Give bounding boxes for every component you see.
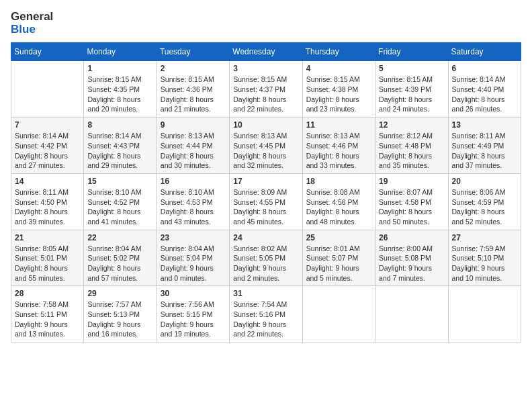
day-number: 1 — [87, 64, 152, 73]
day-info: Sunrise: 8:05 AMSunset: 5:01 PMDaylight:… — [15, 244, 80, 283]
calendar-cell: 14Sunrise: 8:11 AMSunset: 4:50 PMDayligh… — [11, 173, 84, 230]
calendar-cell: 16Sunrise: 8:10 AMSunset: 4:53 PMDayligh… — [157, 173, 229, 230]
calendar-cell: 2Sunrise: 8:15 AMSunset: 4:36 PMDaylight… — [157, 61, 229, 118]
day-info: Sunrise: 7:54 AMSunset: 5:16 PMDaylight:… — [233, 300, 298, 339]
calendar-cell: 31Sunrise: 7:54 AMSunset: 5:16 PMDayligh… — [230, 286, 302, 342]
day-info: Sunrise: 7:59 AMSunset: 5:10 PMDaylight:… — [452, 244, 517, 283]
day-number: 10 — [233, 120, 298, 130]
col-tuesday: Tuesday — [157, 43, 229, 61]
day-number: 24 — [233, 233, 298, 242]
day-number: 25 — [306, 233, 371, 242]
logo-blue-text: Blue — [11, 24, 53, 36]
day-number: 22 — [87, 233, 152, 242]
day-info: Sunrise: 8:01 AMSunset: 5:07 PMDaylight:… — [306, 244, 371, 283]
day-number: 12 — [379, 120, 444, 130]
day-number: 21 — [15, 233, 80, 242]
calendar-cell: 6Sunrise: 8:14 AMSunset: 4:40 PMDaylight… — [448, 61, 521, 118]
day-number: 19 — [379, 177, 444, 186]
day-number: 17 — [233, 177, 298, 186]
calendar-cell: 26Sunrise: 8:00 AMSunset: 5:08 PMDayligh… — [375, 230, 448, 286]
calendar-cell — [11, 61, 84, 118]
col-wednesday: Wednesday — [230, 43, 302, 61]
day-number: 20 — [452, 177, 517, 186]
day-info: Sunrise: 8:08 AMSunset: 4:56 PMDaylight:… — [306, 187, 371, 227]
day-number: 23 — [161, 233, 226, 242]
calendar-cell: 7Sunrise: 8:14 AMSunset: 4:42 PMDaylight… — [11, 118, 84, 174]
header: General Blue — [11, 11, 521, 36]
day-info: Sunrise: 7:56 AMSunset: 5:15 PMDaylight:… — [161, 300, 226, 339]
day-info: Sunrise: 8:04 AMSunset: 5:04 PMDaylight:… — [161, 244, 226, 283]
calendar-table: Sunday Monday Tuesday Wednesday Thursday… — [11, 42, 521, 342]
day-info: Sunrise: 8:15 AMSunset: 4:37 PMDaylight:… — [233, 75, 298, 114]
calendar-cell: 11Sunrise: 8:13 AMSunset: 4:46 PMDayligh… — [302, 118, 375, 174]
calendar-cell: 17Sunrise: 8:09 AMSunset: 4:55 PMDayligh… — [230, 173, 302, 230]
day-number: 28 — [15, 289, 80, 298]
day-info: Sunrise: 8:00 AMSunset: 5:08 PMDaylight:… — [379, 244, 444, 283]
calendar-cell: 23Sunrise: 8:04 AMSunset: 5:04 PMDayligh… — [157, 230, 229, 286]
calendar-week-row: 28Sunrise: 7:58 AMSunset: 5:11 PMDayligh… — [11, 286, 521, 342]
day-number: 11 — [306, 120, 371, 130]
col-thursday: Thursday — [302, 43, 375, 61]
calendar-cell: 20Sunrise: 8:06 AMSunset: 4:59 PMDayligh… — [448, 173, 521, 230]
col-friday: Friday — [375, 43, 448, 61]
calendar-week-row: 14Sunrise: 8:11 AMSunset: 4:50 PMDayligh… — [11, 173, 521, 230]
calendar-week-row: 7Sunrise: 8:14 AMSunset: 4:42 PMDaylight… — [11, 118, 521, 174]
calendar-cell — [448, 286, 521, 342]
calendar-cell: 28Sunrise: 7:58 AMSunset: 5:11 PMDayligh… — [11, 286, 84, 342]
day-number: 29 — [87, 289, 152, 298]
calendar-cell: 1Sunrise: 8:15 AMSunset: 4:35 PMDaylight… — [84, 61, 157, 118]
day-info: Sunrise: 8:15 AMSunset: 4:39 PMDaylight:… — [379, 75, 444, 114]
day-number: 27 — [452, 233, 517, 242]
logo: General Blue — [11, 11, 56, 36]
day-number: 8 — [87, 120, 152, 130]
calendar-cell: 29Sunrise: 7:57 AMSunset: 5:13 PMDayligh… — [84, 286, 157, 342]
day-number: 14 — [15, 177, 80, 186]
day-number: 26 — [379, 233, 444, 242]
calendar-header-row: Sunday Monday Tuesday Wednesday Thursday… — [11, 43, 521, 61]
day-number: 30 — [161, 289, 226, 298]
day-number: 2 — [161, 64, 226, 73]
day-info: Sunrise: 8:10 AMSunset: 4:52 PMDaylight:… — [87, 187, 152, 227]
day-info: Sunrise: 8:02 AMSunset: 5:05 PMDaylight:… — [233, 244, 298, 283]
day-number: 31 — [233, 289, 298, 298]
day-info: Sunrise: 8:14 AMSunset: 4:43 PMDaylight:… — [87, 131, 152, 171]
col-saturday: Saturday — [448, 43, 521, 61]
calendar-week-row: 21Sunrise: 8:05 AMSunset: 5:01 PMDayligh… — [11, 230, 521, 286]
day-info: Sunrise: 8:11 AMSunset: 4:50 PMDaylight:… — [15, 187, 80, 227]
calendar-cell: 9Sunrise: 8:13 AMSunset: 4:44 PMDaylight… — [157, 118, 229, 174]
calendar-cell: 25Sunrise: 8:01 AMSunset: 5:07 PMDayligh… — [302, 230, 375, 286]
day-number: 6 — [452, 64, 517, 73]
day-number: 13 — [452, 120, 517, 130]
day-info: Sunrise: 7:58 AMSunset: 5:11 PMDaylight:… — [15, 300, 80, 339]
day-info: Sunrise: 8:14 AMSunset: 4:40 PMDaylight:… — [452, 75, 517, 114]
logo-general-text: General — [11, 11, 53, 24]
day-number: 7 — [15, 120, 80, 130]
day-info: Sunrise: 8:14 AMSunset: 4:42 PMDaylight:… — [15, 131, 80, 171]
day-info: Sunrise: 8:09 AMSunset: 4:55 PMDaylight:… — [233, 187, 298, 227]
calendar-cell: 27Sunrise: 7:59 AMSunset: 5:10 PMDayligh… — [448, 230, 521, 286]
calendar-cell: 22Sunrise: 8:04 AMSunset: 5:02 PMDayligh… — [84, 230, 157, 286]
calendar-week-row: 1Sunrise: 8:15 AMSunset: 4:35 PMDaylight… — [11, 61, 521, 118]
day-number: 15 — [87, 177, 152, 186]
calendar-cell: 8Sunrise: 8:14 AMSunset: 4:43 PMDaylight… — [84, 118, 157, 174]
calendar-cell — [302, 286, 375, 342]
calendar-cell: 19Sunrise: 8:07 AMSunset: 4:58 PMDayligh… — [375, 173, 448, 230]
day-info: Sunrise: 8:13 AMSunset: 4:45 PMDaylight:… — [233, 131, 298, 171]
day-number: 3 — [233, 64, 298, 73]
calendar-cell: 4Sunrise: 8:15 AMSunset: 4:38 PMDaylight… — [302, 61, 375, 118]
calendar-cell: 3Sunrise: 8:15 AMSunset: 4:37 PMDaylight… — [230, 61, 302, 118]
day-number: 18 — [306, 177, 371, 186]
col-sunday: Sunday — [11, 43, 84, 61]
calendar-cell: 5Sunrise: 8:15 AMSunset: 4:39 PMDaylight… — [375, 61, 448, 118]
day-info: Sunrise: 8:15 AMSunset: 4:38 PMDaylight:… — [306, 75, 371, 114]
calendar-cell: 10Sunrise: 8:13 AMSunset: 4:45 PMDayligh… — [230, 118, 302, 174]
day-number: 9 — [161, 120, 226, 130]
day-number: 5 — [379, 64, 444, 73]
day-number: 16 — [161, 177, 226, 186]
calendar-cell — [375, 286, 448, 342]
col-monday: Monday — [84, 43, 157, 61]
day-info: Sunrise: 8:06 AMSunset: 4:59 PMDaylight:… — [452, 187, 517, 227]
calendar-cell: 30Sunrise: 7:56 AMSunset: 5:15 PMDayligh… — [157, 286, 229, 342]
calendar-cell: 24Sunrise: 8:02 AMSunset: 5:05 PMDayligh… — [230, 230, 302, 286]
calendar-cell: 15Sunrise: 8:10 AMSunset: 4:52 PMDayligh… — [84, 173, 157, 230]
